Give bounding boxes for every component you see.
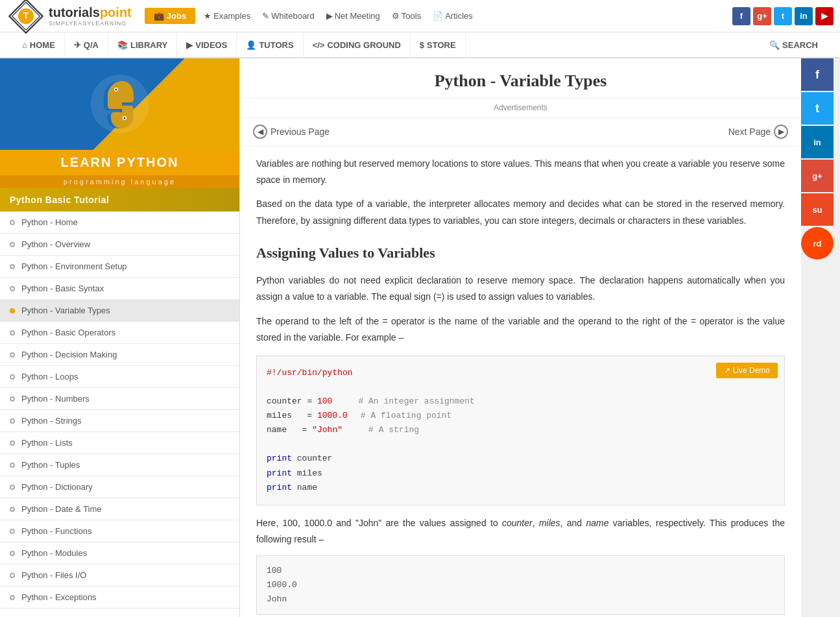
code-line-counter: counter = 100# An integer assignment (267, 394, 774, 409)
top-links: 💼 Jobs ★ Examples ✎ Whiteboard ▶ Net Mee… (145, 8, 732, 24)
section1-heading: Assigning Values to Variables (256, 241, 785, 265)
dot-icon (10, 418, 15, 424)
main-layout: LEARN PYTHON programming language Python… (0, 58, 840, 617)
advertisements-label: Advertisements (240, 98, 801, 118)
nav-videos[interactable]: ▶ VIDEOS (177, 32, 237, 58)
nav-store[interactable]: $ STORE (411, 32, 466, 58)
sidebar-item-overview[interactable]: Python - Overview (0, 234, 239, 256)
sidebar-item-tuples[interactable]: Python - Tuples (0, 454, 239, 476)
nav-library[interactable]: 📚 LIBRARY (108, 32, 177, 58)
examples-link[interactable]: ★ Examples (200, 11, 254, 21)
live-demo-button[interactable]: ↗ Live Demo (716, 363, 778, 378)
sidebar-item-modules[interactable]: Python - Modules (0, 542, 239, 564)
dot-icon (10, 529, 15, 534)
logo-icon: T (6, 0, 45, 36)
stumbleupon-social-button[interactable]: su (801, 193, 834, 226)
coding-icon: </> (313, 40, 325, 50)
sidebar-item-environment[interactable]: Python - Environment Setup (0, 256, 239, 278)
sidebar-item-loops[interactable]: Python - Loops (0, 366, 239, 388)
code-print-counter: print counter (267, 452, 774, 466)
sidebar-item-syntax[interactable]: Python - Basic Syntax (0, 278, 239, 300)
dot-icon (10, 242, 15, 247)
sidebar-banner: LEARN PYTHON programming language (0, 58, 239, 188)
sidebar-item-lists[interactable]: Python - Lists (0, 432, 239, 454)
nav-search[interactable]: 🔍 Search (760, 32, 827, 58)
content-body: Variables are nothing but reserved memor… (240, 146, 801, 617)
code-print-miles: print miles (267, 466, 774, 481)
logo-text: tutorialspoint SIMPLYEASYLEARNING (49, 5, 132, 27)
main-navigation: ⌂ HOME ✈ Q/A 📚 LIBRARY ▶ VIDEOS 👤 TUTORS… (0, 32, 840, 58)
youtube-top-icon[interactable]: ▶ (815, 7, 834, 25)
dot-icon (10, 551, 15, 556)
sidebar-item-datetime[interactable]: Python - Date & Time (0, 498, 239, 520)
dot-icon (10, 330, 15, 335)
dot-icon (10, 573, 15, 578)
code-line-miles: miles = 1000.0# A floating point (267, 409, 774, 423)
sidebar-sub-label: programming language (0, 175, 239, 188)
linkedin-social-button[interactable]: in (801, 126, 834, 158)
prev-arrow-icon: ◀ (253, 125, 267, 139)
sidebar-item-files[interactable]: Python - Files I/O (0, 564, 239, 587)
video-icon: ▶ (326, 11, 333, 21)
intro-paragraph-2: Based on the data type of a variable, th… (256, 196, 785, 228)
svg-text:T: T (23, 11, 29, 21)
output-block: 100 1000.0 John (256, 555, 785, 615)
python-logo-svg (88, 71, 152, 136)
python-logo (88, 71, 152, 138)
dot-icon (10, 485, 15, 490)
output-line-2: 1000.0 (267, 578, 774, 592)
twitter-social-button[interactable]: t (801, 92, 834, 125)
dot-icon (10, 220, 15, 225)
twitter-top-icon[interactable]: t (774, 7, 792, 25)
dot-icon (10, 463, 15, 468)
whiteboard-icon: ✎ (262, 11, 269, 21)
sidebar-item-operators[interactable]: Python - Basic Operators (0, 322, 239, 344)
sidebar-learn-label: LEARN PYTHON (0, 150, 239, 175)
sidebar-item-dictionary[interactable]: Python - Dictionary (0, 476, 239, 498)
jobs-button[interactable]: 💼 Jobs (145, 8, 195, 24)
dot-icon (10, 441, 15, 446)
top-navigation: T tutorialspoint SIMPLYEASYLEARNING 💼 Jo… (0, 0, 840, 32)
sidebar-item-variable-types[interactable]: Python - Variable Types (0, 300, 239, 322)
videos-icon: ▶ (186, 40, 193, 50)
nav-home[interactable]: ⌂ HOME (13, 32, 65, 58)
intro-paragraph-1: Variables are nothing but reserved memor… (256, 156, 785, 188)
sidebar-item-exceptions[interactable]: Python - Exceptions (0, 587, 239, 609)
svg-point-6 (115, 89, 117, 91)
tools-link[interactable]: ⚙ Tools (389, 11, 424, 21)
page-title: Python - Variable Types (253, 71, 788, 91)
briefcase-icon: 💼 (154, 11, 164, 21)
net-meeting-link[interactable]: ▶ Net Meeting (323, 11, 383, 21)
home-icon: ⌂ (22, 40, 27, 50)
googleplus-social-button[interactable]: g+ (801, 160, 834, 192)
facebook-social-button[interactable]: f (801, 58, 834, 91)
code-print-name: print name (267, 481, 774, 495)
nav-coding-ground[interactable]: </> CODING GROUND (304, 32, 411, 58)
next-page-button[interactable]: Next Page ▶ (728, 125, 788, 139)
sidebar-item-numbers[interactable]: Python - Numbers (0, 388, 239, 410)
dot-icon (10, 507, 15, 512)
next-arrow-icon: ▶ (774, 125, 788, 139)
dot-icon (10, 352, 15, 357)
sidebar-item-decision[interactable]: Python - Decision Making (0, 344, 239, 366)
articles-link[interactable]: 📄 Articles (429, 11, 476, 21)
sidebar-item-functions[interactable]: Python - Functions (0, 520, 239, 542)
nav-qa[interactable]: ✈ Q/A (65, 32, 108, 58)
facebook-top-icon[interactable]: f (732, 7, 750, 25)
whiteboard-link[interactable]: ✎ Whiteboard (259, 11, 317, 21)
social-icons-top: f g+ t in ▶ (732, 7, 834, 25)
right-social-sidebar: f t in g+ su rd (801, 58, 840, 617)
nav-tutors[interactable]: 👤 TUTORS (237, 32, 303, 58)
sidebar-item-home[interactable]: Python - Home (0, 212, 239, 234)
sidebar-item-strings[interactable]: Python - Strings (0, 410, 239, 432)
reddit-social-button[interactable]: rd (801, 227, 834, 260)
dot-icon (10, 286, 15, 291)
linkedin-top-icon[interactable]: in (795, 7, 813, 25)
dot-icon (10, 374, 15, 380)
code-block-1: ↗ Live Demo #!/usr/bin/python counter = … (256, 356, 785, 505)
logo[interactable]: T tutorialspoint SIMPLYEASYLEARNING (6, 0, 132, 36)
previous-page-button[interactable]: ◀ Previous Page (253, 125, 330, 139)
gear-icon: ⚙ (392, 11, 400, 21)
googleplus-top-icon[interactable]: g+ (753, 7, 771, 25)
code-shebang: #!/usr/bin/python (267, 366, 774, 380)
